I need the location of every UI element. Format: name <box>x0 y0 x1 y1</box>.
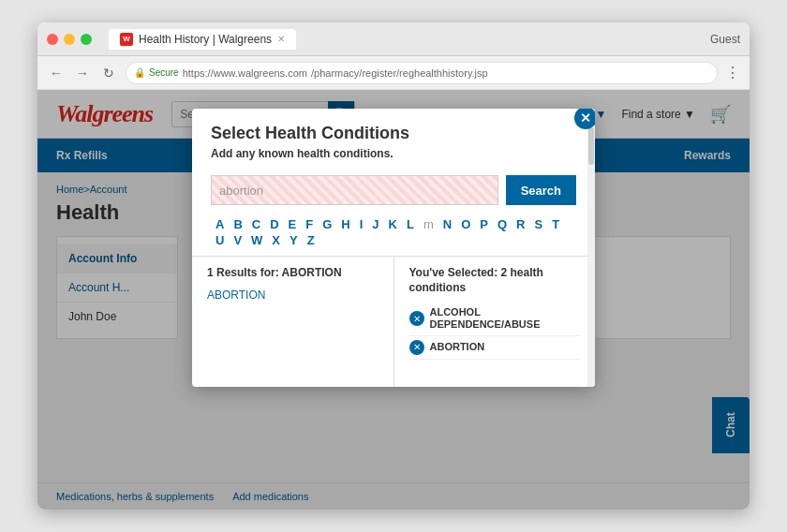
modal-subtitle: Add any known health conditions. <box>211 147 576 160</box>
tab-title: Health History | Walgreens <box>139 33 272 46</box>
remove-alcohol-button[interactable]: ✕ <box>409 311 424 326</box>
modal-scrollbar[interactable] <box>587 109 595 387</box>
alpha-N[interactable]: N <box>438 216 456 232</box>
alpha-G[interactable]: G <box>318 216 336 232</box>
browser-window: W Health History | Walgreens ✕ Guest ← →… <box>37 22 750 510</box>
alpha-E[interactable]: E <box>284 216 302 232</box>
minimize-button[interactable] <box>64 34 75 45</box>
url-domain: https://www.walgreens.com <box>183 67 307 79</box>
alpha-K[interactable]: K <box>384 216 402 232</box>
alpha-I[interactable]: I <box>355 216 368 232</box>
page-content: Walgreens 🔍 Hi, John ▼ Find a store ▼ 🛒 … <box>37 90 750 510</box>
alpha-P[interactable]: P <box>475 216 493 232</box>
tab-favicon: W <box>120 33 133 46</box>
alpha-V[interactable]: V <box>229 232 246 248</box>
selected-pane: You've Selected: 2 health conditions ✕ A… <box>394 257 596 387</box>
selected-title: You've Selected: 2 health conditions <box>409 266 581 295</box>
browser-tab[interactable]: W Health History | Walgreens ✕ <box>109 29 296 50</box>
selected-item-alcohol-label: ALCOHOL DEPENDENCE/ABUSE <box>430 306 581 331</box>
browser-titlebar: W Health History | Walgreens ✕ Guest <box>37 22 750 56</box>
alpha-W[interactable]: W <box>246 232 267 248</box>
alpha-R[interactable]: R <box>512 216 529 232</box>
modal-body: 1 Results for: ABORTION ABORTION You've … <box>192 256 595 387</box>
traffic-lights <box>47 34 92 45</box>
condition-search-button[interactable]: Search <box>506 175 576 205</box>
secure-icon: 🔒 <box>134 67 145 78</box>
condition-search-input[interactable] <box>211 175 498 205</box>
selected-item-alcohol: ✕ ALCOHOL DEPENDENCE/ABUSE <box>409 303 581 335</box>
address-bar[interactable]: 🔒 Secure https://www.walgreens.com /phar… <box>126 62 718 84</box>
alpha-m[interactable]: m <box>419 216 438 232</box>
back-button[interactable]: ← <box>47 64 66 82</box>
alpha-Q[interactable]: Q <box>493 216 512 232</box>
alpha-X[interactable]: X <box>267 232 285 248</box>
results-title: 1 Results for: ABORTION <box>207 266 379 279</box>
results-pane: 1 Results for: ABORTION ABORTION <box>192 257 394 387</box>
modal-scrollbar-thumb[interactable] <box>588 127 594 165</box>
alpha-C[interactable]: C <box>247 216 265 232</box>
alpha-S[interactable]: S <box>529 216 547 232</box>
remove-abortion-button[interactable]: ✕ <box>409 340 424 355</box>
modal-close-button[interactable]: ✕ <box>574 109 595 129</box>
tab-close-icon[interactable]: ✕ <box>277 34 285 44</box>
selected-item-abortion: ✕ ABORTION <box>409 336 581 360</box>
browser-menu-button[interactable]: ⋮ <box>725 64 740 81</box>
secure-label: Secure <box>149 67 179 78</box>
alpha-D[interactable]: D <box>265 216 283 232</box>
maximize-button[interactable] <box>81 34 92 45</box>
select-health-conditions-modal: ✕ Select Health Conditions Add any known… <box>192 109 595 387</box>
alphabet-filter: A B C D E F G H I J K L m N O P Q <box>192 213 595 256</box>
browser-nav: ← → ↻ 🔒 Secure https://www.walgreens.com… <box>37 56 750 90</box>
alpha-Y[interactable]: Y <box>285 232 303 248</box>
url-path: /pharmacy/register/reghealthhistory.jsp <box>311 67 488 79</box>
modal-title: Select Health Conditions <box>211 124 576 143</box>
guest-label: Guest <box>710 33 740 46</box>
selected-item-abortion-label: ABORTION <box>430 341 485 353</box>
alpha-O[interactable]: O <box>456 216 475 232</box>
alpha-L[interactable]: L <box>402 216 419 232</box>
alpha-T[interactable]: T <box>547 216 564 232</box>
alpha-B[interactable]: B <box>229 216 246 232</box>
alpha-Z[interactable]: Z <box>303 232 319 248</box>
alpha-J[interactable]: J <box>367 216 383 232</box>
alpha-A[interactable]: A <box>211 216 229 232</box>
result-abortion[interactable]: ABORTION <box>207 287 379 303</box>
close-button[interactable] <box>47 34 58 45</box>
modal-overlay: ✕ Select Health Conditions Add any known… <box>37 90 750 510</box>
alpha-U[interactable]: U <box>211 232 229 248</box>
modal-header: Select Health Conditions Add any known h… <box>192 109 595 168</box>
alpha-F[interactable]: F <box>301 216 318 232</box>
modal-search-row: Search <box>192 168 595 213</box>
refresh-button[interactable]: ↻ <box>99 64 118 82</box>
forward-button[interactable]: → <box>73 64 92 82</box>
alpha-H[interactable]: H <box>336 216 354 232</box>
